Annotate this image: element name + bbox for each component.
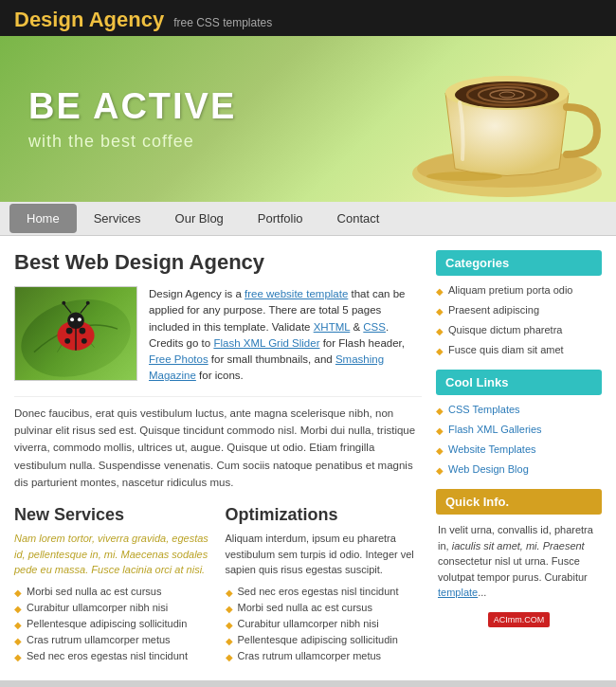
cool-link-item: ◆Flash XML Galleries — [436, 423, 602, 438]
navigation: Home Services Our Blog Portfolio Contact — [0, 202, 616, 236]
bullet-icon: ◆ — [436, 285, 444, 298]
free-photos-link[interactable]: Free Photos — [149, 353, 208, 365]
header: Design Agency free CSS templates — [0, 0, 616, 36]
category-item: ◆Praesent adipiscing — [436, 303, 602, 318]
hero-title: BE ACTIVE — [28, 86, 236, 127]
nav-services[interactable]: Services — [77, 204, 158, 233]
bullet-icon: ◆ — [14, 620, 22, 630]
bullet-icon: ◆ — [436, 325, 444, 338]
bullet-icon: ◆ — [14, 652, 22, 662]
hero-text: BE ACTIVE with the best coffee — [28, 86, 236, 152]
list-item: ◆Pellentesque adipiscing sollicitudin — [226, 634, 423, 646]
svg-point-15 — [64, 338, 70, 344]
bullet-icon: ◆ — [226, 604, 233, 614]
optimizations-heading: Optimizations — [226, 505, 423, 525]
bullet-icon: ◆ — [14, 636, 22, 646]
categories-list: ◆Aliquam pretium porta odio ◆Praesent ad… — [436, 283, 602, 358]
watermark-badge: ACImm.COM — [488, 612, 551, 627]
category-item: ◆Quisque dictum pharetra — [436, 323, 602, 338]
svg-point-22 — [78, 317, 82, 321]
svg-point-20 — [86, 301, 90, 305]
list-item: ◆Cras rutrum ullamcorper metus — [226, 650, 423, 662]
flash-galleries-link[interactable]: Flash XML Galleries — [448, 423, 542, 437]
bullet-icon: ◆ — [436, 405, 444, 418]
intro-section: Design Agency is a free website template… — [14, 286, 422, 385]
hero-subtitle: with the best coffee — [28, 132, 236, 152]
list-item: ◆Morbi sed nulla ac est cursus — [14, 586, 211, 598]
quick-info-text: In velit urna, convallis id, pharetra in… — [436, 522, 602, 601]
svg-point-21 — [70, 317, 74, 321]
cool-link-item: ◆Web Design Blog — [436, 462, 602, 478]
cool-links-header: Cool Links — [436, 370, 602, 395]
cool-link-item: ◆Website Templates — [436, 443, 602, 458]
optimizations-col: Optimizations Aliquam interdum, ipsum eu… — [226, 505, 423, 666]
two-column-section: New Services Nam lorem tortor, viverra g… — [14, 505, 422, 666]
list-item: ◆Sed nec eros egestas nisl tincidunt — [14, 650, 211, 662]
nav-contact[interactable]: Contact — [320, 204, 397, 233]
list-item: ◆Cras rutrum ullamcorper metus — [14, 634, 211, 646]
bullet-icon: ◆ — [436, 464, 444, 478]
bullet-icon: ◆ — [436, 345, 444, 358]
list-item: ◆Curabitur ullamcorper nibh nisi — [14, 602, 211, 614]
nav-portfolio[interactable]: Portfolio — [241, 204, 320, 233]
svg-point-19 — [62, 301, 65, 305]
content-area: Best Web Design Agency — [14, 250, 436, 666]
list-item: ◆Curabitur ullamcorper nibh nisi — [226, 618, 423, 630]
bullet-icon: ◆ — [226, 588, 233, 598]
list-item: ◆Sed nec eros egestas nisl tincidunt — [226, 586, 423, 598]
xhtml-link[interactable]: XHTML — [314, 321, 351, 333]
free-template-link[interactable]: free website template — [245, 288, 348, 299]
svg-point-13 — [66, 328, 73, 334]
cool-link-item: ◆CSS Templates — [436, 403, 602, 418]
optimizations-list: ◆Sed nec eros egestas nisl tincidunt ◆Mo… — [226, 586, 423, 662]
css-link[interactable]: CSS — [363, 321, 386, 333]
site-title: Design Agency — [14, 8, 164, 32]
nav-blog[interactable]: Our Blog — [158, 204, 241, 233]
cool-links-section: Cool Links ◆CSS Templates ◆Flash XML Gal… — [436, 370, 602, 478]
bullet-icon: ◆ — [14, 588, 22, 598]
category-item: ◆Fusce quis diam sit amet — [436, 343, 602, 358]
svg-point-14 — [79, 328, 85, 334]
list-item: ◆Morbi sed nulla ac est cursus — [226, 602, 423, 614]
svg-point-8 — [426, 172, 502, 181]
quick-info-section: Quick Info. In velit urna, convallis id,… — [436, 489, 602, 601]
bullet-icon: ◆ — [436, 444, 444, 458]
new-services-list: ◆Morbi sed nulla ac est cursus ◆Curabitu… — [14, 586, 211, 662]
page-heading: Best Web Design Agency — [14, 250, 422, 275]
bullet-icon: ◆ — [14, 604, 22, 614]
svg-point-16 — [82, 338, 87, 344]
quick-info-header: Quick Info. — [436, 489, 602, 515]
bullet-icon: ◆ — [226, 636, 233, 646]
new-services-heading: New Services — [14, 505, 211, 525]
template-link[interactable]: template — [438, 587, 478, 598]
flash-slider-link[interactable]: Flash XML Grid Slider — [213, 337, 319, 349]
nav-home[interactable]: Home — [9, 204, 77, 233]
css-templates-link[interactable]: CSS Templates — [448, 403, 520, 417]
main-content: Best Web Design Agency — [0, 236, 616, 680]
sidebar: Categories ◆Aliquam pretium porta odio ◆… — [436, 250, 602, 666]
web-design-blog-link[interactable]: Web Design Blog — [448, 462, 529, 477]
categories-header: Categories — [436, 250, 602, 276]
bullet-icon: ◆ — [436, 305, 444, 318]
category-item: ◆Aliquam pretium porta odio — [436, 283, 602, 298]
bullet-icon: ◆ — [226, 620, 233, 630]
bullet-icon: ◆ — [226, 652, 233, 662]
new-services-italic: Nam lorem tortor, viverra gravida, egest… — [14, 531, 211, 578]
cool-links-list: ◆CSS Templates ◆Flash XML Galleries ◆Web… — [436, 403, 602, 478]
bullet-icon: ◆ — [436, 425, 444, 438]
categories-section: Categories ◆Aliquam pretium porta odio ◆… — [436, 250, 602, 358]
website-templates-link[interactable]: Website Templates — [448, 443, 536, 457]
site-subtitle: free CSS templates — [173, 16, 272, 29]
list-item: ◆Pellentesque adipiscing sollicitudin — [14, 618, 211, 630]
hero-banner: BE ACTIVE with the best coffee — [0, 36, 616, 202]
new-services-col: New Services Nam lorem tortor, viverra g… — [14, 505, 211, 666]
intro-image — [14, 286, 137, 381]
intro-text: Design Agency is a free website template… — [149, 286, 422, 385]
optimizations-intro: Aliquam interdum, ipsum eu pharetra vest… — [226, 531, 423, 578]
intro-full-text: Donec faucibus, erat quis vestibulum luc… — [14, 396, 422, 492]
hero-coffee-image — [370, 36, 616, 202]
watermark-area: ACImm.COM — [436, 612, 602, 627]
